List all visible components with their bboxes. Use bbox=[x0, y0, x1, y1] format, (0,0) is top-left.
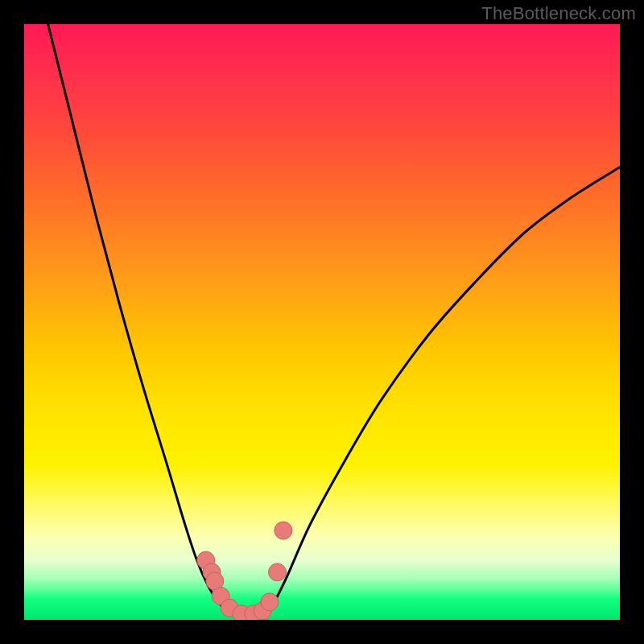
right-curve bbox=[268, 167, 620, 614]
chart-svg bbox=[24, 24, 620, 620]
data-marker bbox=[269, 564, 287, 581]
watermark-text: TheBottleneck.com bbox=[481, 3, 636, 24]
left-curve bbox=[48, 24, 233, 614]
chart-frame: TheBottleneck.com bbox=[0, 0, 644, 644]
plot-area bbox=[24, 24, 620, 620]
marker-group bbox=[197, 522, 292, 620]
data-marker bbox=[261, 593, 279, 611]
data-marker bbox=[275, 522, 292, 539]
